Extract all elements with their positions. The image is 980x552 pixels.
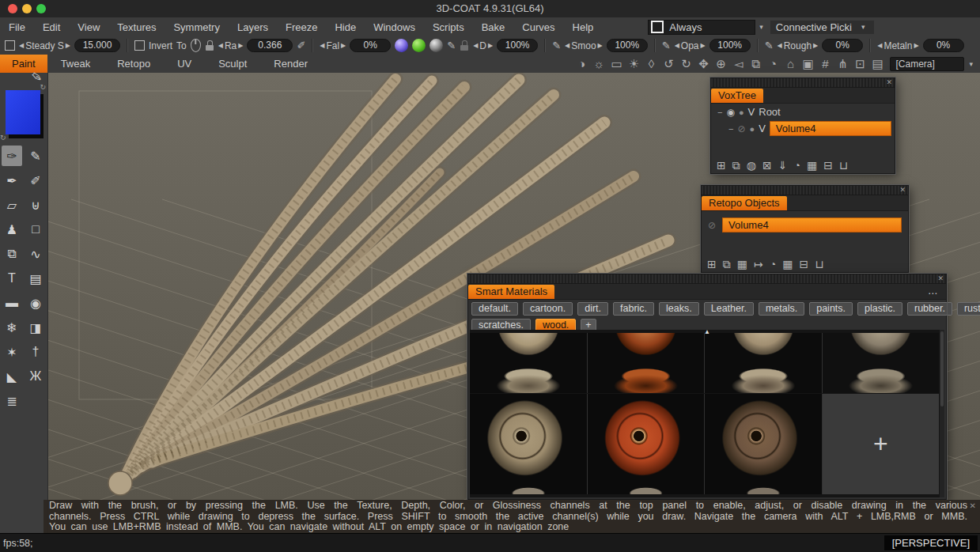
collapse-icon[interactable]: − [717, 108, 722, 117]
voxtree-close-icon[interactable]: ✕ [886, 78, 892, 87]
menu-item[interactable]: Edit [34, 21, 69, 33]
steady-stepper[interactable]: ◀ Steady S ▶ [19, 40, 70, 51]
scroll-up-icon[interactable]: ▲ [704, 328, 710, 335]
export-mesh-icon[interactable]: ⊟ [799, 259, 808, 270]
voxel-mode-icon[interactable]: V [759, 123, 766, 134]
visibility-off-icon[interactable]: ⊘ [737, 123, 745, 134]
screenshot-icon[interactable]: ▤ [868, 57, 886, 71]
depth-pen-icon[interactable]: ✎ [447, 40, 456, 51]
iron-tool[interactable]: ◣ [2, 366, 22, 387]
delete-volume-icon[interactable]: ⊔ [839, 160, 848, 171]
metalness-stepper[interactable]: ◀ Metaln ▶ [877, 40, 918, 51]
lock-radius-icon[interactable] [205, 40, 214, 51]
mirror-tool[interactable]: ◨ [25, 317, 46, 338]
smudge-tool[interactable]: ▱ [2, 195, 22, 215]
pen-tool[interactable]: ✎ [25, 146, 46, 166]
turntable-icon[interactable]: ◔ [764, 57, 781, 70]
fullscreen-window-button[interactable] [36, 4, 46, 13]
roughness-pen-icon[interactable]: ✎ [765, 40, 774, 51]
voxtree-row-root[interactable]: − ◉ ● V Root [711, 104, 895, 119]
falloff-stepper[interactable]: ◀ Fal ▶ [320, 40, 346, 51]
depth-stepper[interactable]: ◀ D ▶ [473, 40, 493, 51]
material-category-tab[interactable]: dirt. [577, 302, 608, 316]
smoothing-stepper[interactable]: ◀ Smoo ▶ [565, 40, 603, 51]
material-category-tab[interactable]: paints. [809, 302, 853, 316]
arrow-left-icon[interactable]: ◀ [19, 42, 24, 49]
menu-item[interactable]: View [69, 21, 108, 33]
brush-preview-soft-icon[interactable] [395, 39, 408, 52]
mouse-icon[interactable] [191, 39, 201, 52]
lock-depth-icon[interactable] [460, 40, 469, 51]
rotate-cw-icon[interactable]: ↻ [677, 57, 694, 71]
delete-group-icon[interactable]: ⊔ [815, 259, 823, 270]
add-group-icon[interactable]: ⊞ [707, 259, 717, 270]
menu-item[interactable]: Bake [473, 21, 514, 33]
opacity-pen-icon[interactable]: ✎ [662, 40, 671, 51]
room-tab[interactable]: Render [260, 55, 321, 73]
roughness-value-field[interactable]: 0% [822, 39, 863, 52]
always-dropdown-arrow-icon[interactable]: ▾ [755, 23, 767, 31]
roughness-stepper[interactable]: ◀ Rough ▶ [778, 40, 819, 51]
selected-layer-name[interactable]: Volume4 [770, 121, 891, 136]
clay-ball-icon[interactable]: ◍ [747, 160, 756, 171]
metalness-value-field[interactable]: 0% [923, 39, 964, 52]
hint-close-icon[interactable]: ✕ [970, 501, 976, 510]
menu-item[interactable]: Scripts [424, 21, 473, 33]
collapse-icon[interactable]: − [728, 124, 733, 134]
arrow-right-icon[interactable]: ▶ [914, 42, 918, 49]
add-material-tile[interactable]: + [823, 394, 940, 494]
relax-icon[interactable]: ◔ [770, 259, 776, 270]
arrow-left-icon[interactable]: ◀ [565, 42, 569, 49]
comb-tool[interactable]: ≣ [2, 391, 22, 411]
arrow-right-icon[interactable]: ▶ [813, 42, 818, 49]
swap-color-icon[interactable]: ↻ [0, 134, 6, 142]
picking-mode-dropdown[interactable]: Connective Picki ▾ [770, 21, 875, 34]
arrow-left-icon[interactable]: ◀ [675, 42, 679, 49]
always-dropdown[interactable]: Always [648, 20, 755, 35]
material-wood-rings-orange[interactable] [588, 394, 705, 494]
retopo-drag-grip[interactable]: ✕ [702, 186, 908, 195]
import-mesh-icon[interactable]: ↦ [754, 259, 763, 270]
material-category-tab[interactable]: Leather. [704, 302, 754, 316]
pan-icon[interactable]: ✥ [694, 57, 712, 71]
menu-item[interactable]: Windows [365, 21, 424, 33]
brush-tool[interactable]: ✑ [2, 146, 22, 166]
layer-name[interactable]: Root [759, 106, 780, 118]
arrow-right-icon[interactable]: ▶ [700, 42, 705, 49]
contrast-icon[interactable]: ◑ [573, 57, 590, 70]
export-volume-icon[interactable]: ⊟ [823, 160, 833, 171]
always-checkbox[interactable] [651, 21, 664, 33]
retopo-row-volume4[interactable]: ⊘ Volume4 [702, 211, 908, 233]
home-view-icon[interactable]: ⌂ [781, 57, 799, 70]
voxtree-drag-grip[interactable]: ✕ [711, 78, 895, 88]
eraser-tool[interactable]: ▬ [2, 293, 22, 313]
freeze-tool[interactable]: ❄ [2, 317, 22, 338]
material-category-tab[interactable]: plastic. [857, 302, 902, 316]
duplicate-group-icon[interactable]: ⧉ [723, 259, 731, 270]
steady-stroke-checkbox[interactable] [5, 40, 15, 51]
light-icon[interactable]: ☀ [625, 57, 642, 71]
menu-item[interactable]: Help [564, 21, 603, 33]
swap-color-icon[interactable]: ↻ [40, 83, 46, 91]
materials-drag-grip[interactable]: ✕ [468, 274, 946, 284]
clear-volume-icon[interactable]: ⊠ [762, 160, 772, 171]
resample-icon[interactable]: ▦ [807, 160, 817, 171]
airbrush-tool[interactable]: ✒ [2, 170, 22, 191]
eye-tool[interactable]: ◉ [25, 293, 46, 313]
voxtree-row-volume4[interactable]: − ⊘ ● V Volume4 [711, 119, 895, 137]
spline-tool[interactable]: ∿ [25, 244, 46, 264]
arrow-right-icon[interactable]: ▶ [66, 42, 70, 49]
arrow-right-icon[interactable]: ▶ [598, 42, 603, 49]
wet-material-icon[interactable]: ◊ [642, 57, 660, 70]
import-model-icon[interactable]: ⇓ [778, 160, 788, 171]
visibility-on-icon[interactable]: ◉ [726, 107, 734, 118]
arrow-left-icon[interactable]: ◀ [473, 42, 478, 49]
zoom-icon[interactable]: ⊕ [712, 57, 729, 71]
bake-table-icon[interactable]: ▦ [782, 259, 793, 270]
menu-item[interactable]: Freeze [277, 21, 326, 33]
add-volume-icon[interactable]: ⊞ [717, 160, 726, 171]
frame-object-icon[interactable]: ⊡ [851, 57, 868, 71]
materials-scrollbar[interactable] [940, 330, 944, 497]
mannequin-icon[interactable]: ⋔ [834, 57, 851, 71]
radius-stepper[interactable]: ◀ Ra ▶ [218, 40, 244, 51]
